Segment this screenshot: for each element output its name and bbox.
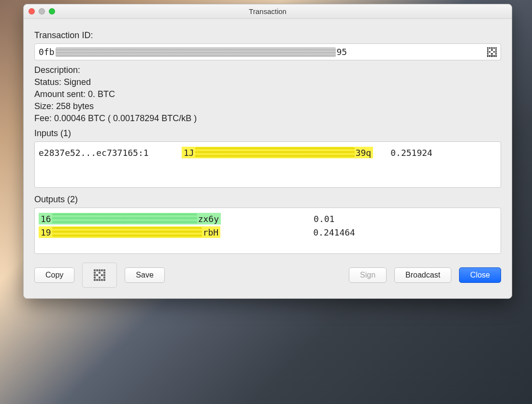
qr-icon[interactable] xyxy=(487,47,497,57)
addr-prefix: 1J xyxy=(184,148,194,158)
amount-line: Amount sent: 0. BTC xyxy=(34,89,501,99)
addr-prefix: 16 xyxy=(41,214,51,224)
button-bar: Copy Save Sign Broadcast Close xyxy=(34,263,501,288)
output-address: 16 zx6y xyxy=(39,213,221,224)
close-window-icon[interactable] xyxy=(29,8,35,14)
inputs-label: Inputs (1) xyxy=(34,128,501,139)
output-amount: 0.01 xyxy=(314,214,381,224)
addr-suffix: rbH xyxy=(203,227,219,237)
output-address: 19 rbH xyxy=(39,226,220,238)
input-address: 1J 39q xyxy=(182,147,373,158)
maximize-window-icon[interactable] xyxy=(49,8,55,14)
txid-label: Transaction ID: xyxy=(34,30,501,41)
window-content: Transaction ID: 0fb 95 Description: Stat… xyxy=(24,19,512,298)
minimize-window-icon[interactable] xyxy=(39,8,45,14)
txid-suffix: 95 xyxy=(337,47,347,57)
addr-prefix: 19 xyxy=(41,227,51,237)
qr-button[interactable] xyxy=(82,263,117,288)
list-item: 16 zx6y 0.01 xyxy=(39,212,497,225)
input-amount: 0.251924 xyxy=(390,148,458,158)
addr-suffix: zx6y xyxy=(198,214,219,224)
outputs-label: Outputs (2) xyxy=(34,195,501,205)
titlebar: Transaction xyxy=(24,4,512,19)
list-item: 19 rbH 0.241464 xyxy=(39,225,497,239)
input-txref: e2837e52...ec737165:1 xyxy=(39,148,164,158)
size-line: Size: 258 bytes xyxy=(34,101,501,111)
save-button[interactable]: Save xyxy=(125,267,164,283)
status-line: Status: Signed xyxy=(34,77,501,87)
qr-icon xyxy=(94,269,105,281)
outputs-list[interactable]: 16 zx6y 0.01 19 rbH 0.241464 xyxy=(34,208,501,254)
redacted-area xyxy=(56,47,336,57)
window-title: Transaction xyxy=(249,7,287,15)
copy-button[interactable]: Copy xyxy=(34,267,74,283)
info-lines: Description: Status: Signed Amount sent:… xyxy=(34,65,501,124)
close-button[interactable]: Close xyxy=(459,267,501,283)
broadcast-button[interactable]: Broadcast xyxy=(394,267,451,283)
addr-suffix: 39q xyxy=(356,148,372,158)
redacted-area xyxy=(195,147,355,158)
output-amount: 0.241464 xyxy=(313,227,381,237)
txid-field[interactable]: 0fb 95 xyxy=(34,43,501,60)
description-label: Description: xyxy=(34,65,501,75)
list-item: e2837e52...ec737165:1 1J 39q 0.251924 xyxy=(39,146,497,159)
txid-value: 0fb 95 xyxy=(39,47,483,57)
inputs-list[interactable]: e2837e52...ec737165:1 1J 39q 0.251924 xyxy=(34,141,501,188)
redacted-area xyxy=(52,227,202,237)
transaction-window: Transaction Transaction ID: 0fb 95 Descr… xyxy=(23,4,512,299)
txid-prefix: 0fb xyxy=(39,47,55,57)
redacted-area xyxy=(52,213,197,224)
sign-button: Sign xyxy=(349,267,387,283)
window-controls xyxy=(29,8,55,14)
fee-line: Fee: 0.00046 BTC ( 0.00178294 BTC/kB ) xyxy=(34,113,501,124)
